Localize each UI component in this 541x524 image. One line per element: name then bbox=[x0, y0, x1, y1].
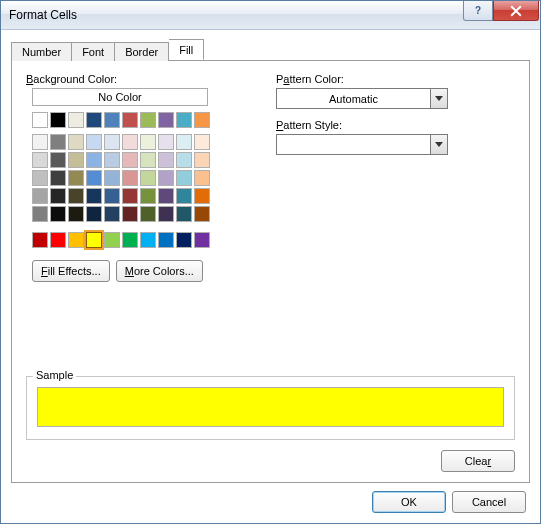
color-swatch[interactable] bbox=[32, 170, 48, 186]
help-button[interactable]: ? bbox=[463, 1, 493, 21]
color-swatch[interactable] bbox=[140, 188, 156, 204]
color-swatch[interactable] bbox=[86, 206, 102, 222]
format-cells-dialog: Format Cells ? Number Font Border Fill B… bbox=[0, 0, 541, 524]
color-swatch[interactable] bbox=[194, 206, 210, 222]
tab-fill[interactable]: Fill bbox=[169, 39, 204, 60]
color-swatch[interactable] bbox=[104, 112, 120, 128]
color-swatch[interactable] bbox=[68, 232, 84, 248]
color-swatch[interactable] bbox=[194, 188, 210, 204]
chevron-down-icon bbox=[430, 89, 447, 108]
more-colors-button[interactable]: More Colors... bbox=[116, 260, 203, 282]
color-swatch[interactable] bbox=[176, 170, 192, 186]
color-swatch[interactable] bbox=[32, 188, 48, 204]
color-swatch[interactable] bbox=[176, 152, 192, 168]
color-swatch[interactable] bbox=[68, 188, 84, 204]
no-color-button[interactable]: No Color bbox=[32, 88, 208, 106]
color-swatch[interactable] bbox=[176, 188, 192, 204]
color-swatch[interactable] bbox=[140, 152, 156, 168]
dialog-content: Number Font Border Fill Background Color… bbox=[1, 30, 540, 523]
close-button[interactable] bbox=[493, 1, 539, 21]
color-swatch[interactable] bbox=[104, 188, 120, 204]
clear-button[interactable]: Clear bbox=[441, 450, 515, 472]
color-swatch[interactable] bbox=[86, 188, 102, 204]
color-swatch[interactable] bbox=[176, 206, 192, 222]
color-swatch[interactable] bbox=[158, 206, 174, 222]
pattern-color-combo[interactable]: Automatic bbox=[276, 88, 448, 109]
theme-colors-row bbox=[32, 112, 236, 128]
tab-number[interactable]: Number bbox=[11, 42, 72, 61]
background-color-group: Background Color: No Color Fill Effects.… bbox=[26, 73, 236, 282]
color-swatch[interactable] bbox=[50, 134, 66, 150]
color-swatch[interactable] bbox=[68, 134, 84, 150]
color-swatch[interactable] bbox=[32, 112, 48, 128]
color-swatch[interactable] bbox=[140, 232, 156, 248]
color-swatch[interactable] bbox=[158, 232, 174, 248]
color-swatch[interactable] bbox=[158, 188, 174, 204]
color-swatch[interactable] bbox=[122, 152, 138, 168]
color-swatch[interactable] bbox=[104, 170, 120, 186]
color-swatch[interactable] bbox=[176, 134, 192, 150]
color-swatch[interactable] bbox=[158, 134, 174, 150]
color-swatch[interactable] bbox=[50, 152, 66, 168]
color-swatch[interactable] bbox=[122, 188, 138, 204]
color-swatch[interactable] bbox=[86, 112, 102, 128]
color-swatch[interactable] bbox=[176, 232, 192, 248]
sample-group: Sample bbox=[26, 376, 515, 440]
cancel-button[interactable]: Cancel bbox=[452, 491, 526, 513]
fill-effects-button[interactable]: Fill Effects... bbox=[32, 260, 110, 282]
color-swatch[interactable] bbox=[194, 112, 210, 128]
sample-preview bbox=[37, 387, 504, 427]
color-swatch[interactable] bbox=[158, 152, 174, 168]
color-swatch[interactable] bbox=[194, 134, 210, 150]
tab-border[interactable]: Border bbox=[115, 42, 169, 61]
pattern-group: Pattern Color: Automatic Pattern Style: bbox=[276, 73, 515, 282]
color-swatch[interactable] bbox=[122, 112, 138, 128]
color-swatch[interactable] bbox=[50, 206, 66, 222]
color-swatch[interactable] bbox=[50, 188, 66, 204]
close-icon bbox=[510, 5, 522, 17]
color-swatch[interactable] bbox=[32, 206, 48, 222]
background-color-label: Background Color: bbox=[26, 73, 236, 85]
color-swatch[interactable] bbox=[140, 134, 156, 150]
color-swatch[interactable] bbox=[122, 134, 138, 150]
color-swatch[interactable] bbox=[86, 170, 102, 186]
color-swatch[interactable] bbox=[32, 152, 48, 168]
color-swatch[interactable] bbox=[140, 206, 156, 222]
sample-label: Sample bbox=[33, 369, 76, 381]
color-swatch[interactable] bbox=[50, 170, 66, 186]
color-swatch[interactable] bbox=[176, 112, 192, 128]
color-swatch[interactable] bbox=[140, 170, 156, 186]
color-swatch[interactable] bbox=[194, 232, 210, 248]
color-swatch[interactable] bbox=[86, 152, 102, 168]
color-swatch[interactable] bbox=[140, 112, 156, 128]
color-swatch[interactable] bbox=[50, 112, 66, 128]
color-swatch[interactable] bbox=[86, 232, 102, 248]
color-swatch[interactable] bbox=[104, 152, 120, 168]
color-swatch[interactable] bbox=[104, 206, 120, 222]
color-swatch[interactable] bbox=[68, 112, 84, 128]
pattern-style-combo[interactable] bbox=[276, 134, 448, 155]
dialog-buttons: OK Cancel bbox=[11, 483, 530, 513]
standard-colors-row bbox=[32, 232, 236, 248]
color-swatch[interactable] bbox=[104, 232, 120, 248]
color-swatch[interactable] bbox=[158, 112, 174, 128]
color-swatch[interactable] bbox=[68, 170, 84, 186]
color-swatch[interactable] bbox=[104, 134, 120, 150]
color-swatch[interactable] bbox=[122, 232, 138, 248]
ok-button[interactable]: OK bbox=[372, 491, 446, 513]
color-swatch[interactable] bbox=[122, 170, 138, 186]
window-controls: ? bbox=[463, 1, 540, 21]
color-swatch[interactable] bbox=[86, 134, 102, 150]
color-swatch[interactable] bbox=[158, 170, 174, 186]
color-swatch[interactable] bbox=[50, 232, 66, 248]
color-swatch[interactable] bbox=[68, 152, 84, 168]
pattern-color-label: Pattern Color: bbox=[276, 73, 515, 85]
color-swatch[interactable] bbox=[194, 152, 210, 168]
tab-font[interactable]: Font bbox=[72, 42, 115, 61]
color-swatch[interactable] bbox=[122, 206, 138, 222]
color-swatch[interactable] bbox=[32, 134, 48, 150]
color-swatch[interactable] bbox=[32, 232, 48, 248]
color-swatch[interactable] bbox=[68, 206, 84, 222]
color-swatch[interactable] bbox=[194, 170, 210, 186]
tab-panel-fill: Background Color: No Color Fill Effects.… bbox=[11, 60, 530, 483]
